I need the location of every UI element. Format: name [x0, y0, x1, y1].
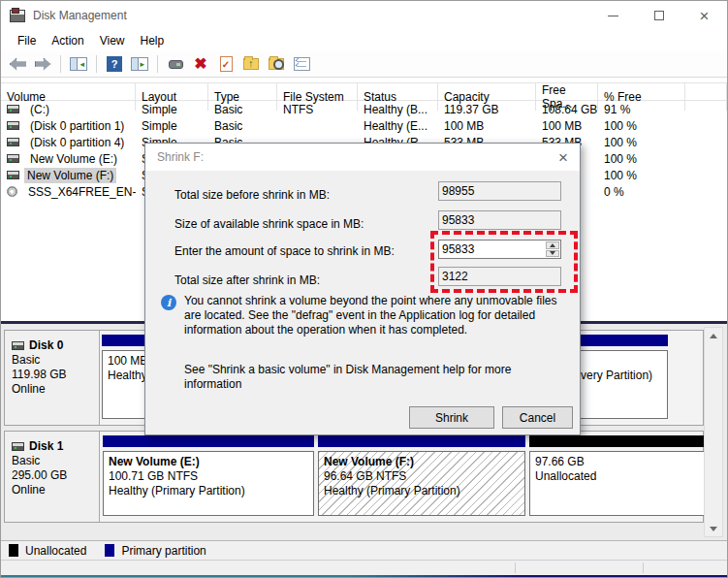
checklist-icon[interactable]	[292, 54, 311, 74]
primary-partition-swatch	[105, 544, 114, 557]
scroll-down-icon[interactable]	[705, 521, 722, 536]
close-icon	[700, 8, 710, 24]
partition-color-strip	[529, 435, 706, 447]
drive-icon	[7, 138, 19, 146]
scroll-up-icon[interactable]	[705, 328, 722, 343]
shrink-button[interactable]: Shrink	[409, 406, 494, 429]
forward-icon[interactable]	[33, 54, 52, 74]
label-shrink-amount: Enter the amount of space to shrink in M…	[174, 244, 395, 258]
status-bar	[1, 560, 727, 575]
field-total-before: 98955	[438, 181, 561, 201]
shrink-amount-input[interactable]: 95833	[438, 240, 561, 259]
statusbar-separator	[643, 562, 644, 573]
disk-icon	[12, 341, 24, 350]
drive-icon	[7, 105, 19, 113]
legend-label-primary: Primary partition	[121, 544, 206, 558]
volume-list-header: Volume Layout Type File System Status Ca…	[1, 82, 727, 101]
disk1-partition-e[interactable]: New Volume (E:) 100.71 GB NTFS Healthy (…	[103, 435, 314, 518]
delete-volume-icon[interactable]: ✖	[191, 54, 210, 74]
legend-bar: Unallocated Primary partition	[1, 540, 727, 560]
label-total-after: Total size after shrink in MB:	[174, 273, 320, 287]
open-task-icon[interactable]	[216, 54, 236, 74]
titlebar: Disk Management	[1, 1, 727, 30]
info-icon: i	[161, 295, 176, 310]
toolbar-separator	[157, 55, 158, 73]
dialog-help-text: See "Shrink a basic volume" in Disk Mana…	[184, 363, 570, 392]
shrink-dialog: Shrink F: Total size before shrink in MB…	[144, 143, 581, 435]
table-row-c[interactable]: (C:) Simple Basic NTFS Healthy (B... 119…	[1, 101, 727, 117]
cancel-button[interactable]: Cancel	[502, 406, 573, 429]
unallocated-swatch	[9, 544, 18, 557]
properties-icon[interactable]	[166, 54, 185, 74]
menubar: File Action View Help	[1, 30, 727, 51]
back-icon[interactable]	[8, 54, 27, 74]
disk-icon	[12, 442, 24, 451]
app-icon	[10, 10, 25, 22]
drive-icon	[7, 171, 19, 179]
vertical-scrollbar[interactable]	[704, 327, 723, 537]
toolbar: ? ✖	[1, 51, 727, 78]
action-pane-icon[interactable]	[130, 54, 149, 74]
label-available-space: Size of available shrink space in MB:	[174, 217, 364, 231]
table-row-partition1[interactable]: (Disk 0 partition 1) Simple Basic Health…	[1, 117, 727, 134]
help-icon[interactable]: ?	[105, 54, 124, 74]
dialog-title: Shrink F:	[157, 150, 204, 164]
partition-color-strip	[103, 435, 314, 447]
minimize-button[interactable]	[590, 1, 636, 30]
menu-file[interactable]: File	[10, 32, 44, 49]
label-total-before: Total size before shrink in MB:	[174, 188, 330, 202]
toolbar-separator	[60, 55, 61, 73]
disc-icon	[7, 186, 17, 197]
amount-spinner	[546, 241, 559, 257]
explore-icon[interactable]	[267, 54, 286, 74]
maximize-button[interactable]	[636, 1, 681, 30]
spinner-up-icon[interactable]	[546, 241, 559, 249]
legend-label-unallocated: Unallocated	[25, 544, 86, 558]
field-available-space: 95833	[438, 210, 561, 230]
disk0-info[interactable]: Disk 0 Basic 119.98 GB Online	[5, 331, 100, 425]
dialog-close-icon[interactable]	[558, 149, 568, 166]
window-title: Disk Management	[33, 9, 127, 22]
dialog-titlebar: Shrink F:	[145, 144, 580, 171]
menu-help[interactable]: Help	[133, 32, 173, 49]
drive-icon	[7, 121, 19, 130]
menu-view[interactable]: View	[92, 32, 133, 49]
disk1-partition-f-selected[interactable]: New Volume (F:) 96.64 GB NTFS Healthy (P…	[318, 435, 525, 518]
statusbar-separator	[515, 562, 516, 573]
close-button[interactable]	[681, 1, 727, 30]
disk1-unallocated[interactable]: 97.66 GB Unallocated	[529, 435, 706, 518]
spinner-down-icon[interactable]	[546, 250, 559, 258]
disk1-row: Disk 1 Basic 295.00 GB Online New Volume…	[4, 431, 704, 523]
toolbar-separator	[96, 55, 97, 73]
console-tree-icon[interactable]	[69, 54, 88, 74]
field-total-after: 3122	[438, 267, 561, 286]
menu-action[interactable]: Action	[44, 32, 91, 49]
dialog-info-text: You cannot shrink a volume beyond the po…	[184, 294, 570, 337]
maximize-icon	[654, 11, 664, 20]
disk1-info[interactable]: Disk 1 Basic 295.00 GB Online	[5, 432, 100, 522]
window-controls	[590, 1, 727, 30]
drive-icon	[7, 154, 19, 163]
minimize-icon	[608, 16, 618, 16]
disk-management-window: Disk Management File Action View Help ? …	[0, 0, 728, 578]
folder-up-icon[interactable]	[241, 54, 261, 74]
partition-color-strip	[318, 435, 525, 447]
column-filler	[685, 83, 727, 111]
